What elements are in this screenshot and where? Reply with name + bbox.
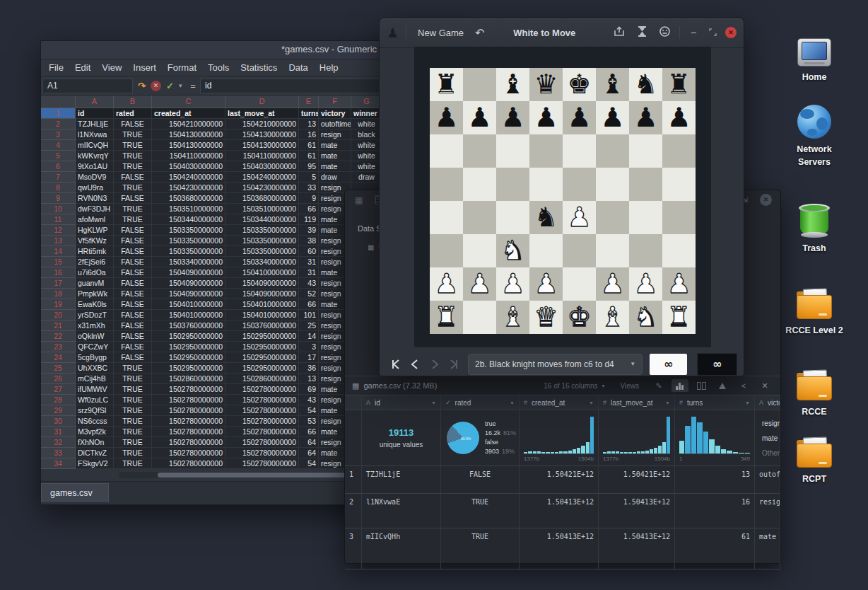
column-header-turns[interactable]: #turns▼: [675, 395, 755, 410]
chevron-down-icon[interactable]: ▾: [179, 82, 186, 89]
column-header-created_at[interactable]: #created_at▼: [520, 395, 599, 410]
column-header-A[interactable]: A: [76, 96, 114, 108]
column-header-D[interactable]: D: [225, 96, 299, 108]
columns-count-label[interactable]: 16 of 16 columns: [544, 382, 597, 390]
square-d6[interactable]: [529, 134, 563, 168]
move-history-dropdown[interactable]: 2b. Black knight moves from c6 to d4 ▼: [468, 354, 643, 375]
cell-B6[interactable]: TRUE: [114, 161, 152, 172]
cell-E3[interactable]: 16: [299, 129, 319, 140]
row-header-2[interactable]: 2: [41, 119, 76, 129]
cell-B34[interactable]: TRUE: [114, 458, 152, 469]
last-move-button[interactable]: [445, 355, 462, 374]
dv-cell[interactable]: resign: [755, 494, 780, 528]
cell-D19[interactable]: 1504010000000: [225, 299, 299, 310]
cell-E27[interactable]: 69: [299, 384, 319, 395]
square-a4[interactable]: [430, 201, 463, 234]
square-c2[interactable]: ♟: [496, 267, 529, 301]
row-header-34[interactable]: 34: [41, 458, 76, 469]
cell-E28[interactable]: 43: [299, 395, 319, 405]
next-move-button[interactable]: [426, 355, 442, 374]
row-header-23[interactable]: 23: [41, 342, 76, 352]
cell-B13[interactable]: FALSE: [114, 236, 152, 246]
cell-reference-box[interactable]: A1: [42, 79, 133, 93]
square-d5[interactable]: [529, 168, 563, 201]
row-header-18[interactable]: 18: [41, 289, 76, 299]
cell-B11[interactable]: TRUE: [114, 214, 152, 225]
cell-D4[interactable]: 1504130000000: [225, 140, 299, 151]
cell-D23[interactable]: 1502950000000: [225, 342, 299, 352]
row-header-7[interactable]: 7: [41, 172, 76, 183]
row-header-29[interactable]: 29: [41, 405, 76, 416]
dv-cell[interactable]: TRUE: [441, 528, 520, 569]
cell-B30[interactable]: TRUE: [114, 416, 152, 427]
cell-C8[interactable]: 1504230000000: [152, 183, 225, 193]
cell-D3[interactable]: 1504130000000: [225, 129, 299, 140]
cell-B33[interactable]: TRUE: [114, 448, 152, 458]
cell-A21[interactable]: x31mXh: [76, 320, 114, 331]
square-b1[interactable]: [463, 301, 496, 334]
square-h7[interactable]: ♟: [662, 101, 696, 134]
cell-C20[interactable]: 1504010000000: [152, 310, 225, 320]
cell-E10[interactable]: 66: [299, 204, 319, 214]
square-g6[interactable]: [629, 134, 662, 168]
cell-E32[interactable]: 64: [299, 437, 319, 448]
cell-B12[interactable]: FALSE: [114, 225, 152, 236]
cell-E6[interactable]: 95: [299, 161, 319, 172]
cell-E11[interactable]: 119: [299, 214, 319, 225]
cell-C23[interactable]: 1502950000000: [152, 342, 225, 352]
square-f1[interactable]: ♝: [596, 301, 629, 334]
share-icon[interactable]: <: [735, 379, 752, 392]
cell-E34[interactable]: 54: [299, 458, 319, 469]
cell-B20[interactable]: FALSE: [114, 310, 152, 320]
pivot-icon[interactable]: [714, 379, 731, 392]
menu-view[interactable]: View: [96, 60, 127, 76]
row-header-26[interactable]: 26: [41, 374, 76, 384]
cell-B14[interactable]: FALSE: [114, 246, 152, 257]
square-b6[interactable]: [463, 134, 496, 168]
square-a3[interactable]: [430, 234, 463, 267]
column-header-E[interactable]: E: [299, 96, 319, 108]
cell-E18[interactable]: 52: [299, 289, 319, 299]
cell-C29[interactable]: 1502780000000: [152, 405, 225, 416]
cell-E21[interactable]: 25: [299, 320, 319, 331]
cell-C22[interactable]: 1502950000000: [152, 331, 225, 342]
cell-C6[interactable]: 1504030000000: [152, 161, 225, 172]
filter-icon[interactable]: ▼: [745, 400, 750, 405]
cell-B31[interactable]: TRUE: [114, 427, 152, 437]
cell-E8[interactable]: 33: [299, 183, 319, 193]
cell-C4[interactable]: 1504130000000: [152, 140, 225, 151]
cell-E25[interactable]: 36: [299, 363, 319, 374]
cell-C18[interactable]: 1504090000000: [152, 289, 225, 299]
cell-D20[interactable]: 1504010000000: [225, 310, 299, 320]
dv-cell[interactable]: 13: [675, 466, 755, 493]
cell-A26[interactable]: mCij4hB: [76, 374, 114, 384]
undo-move-icon[interactable]: ↶: [475, 26, 484, 40]
cell-B7[interactable]: FALSE: [114, 172, 152, 183]
cell-A19[interactable]: EwaK0ls: [76, 299, 114, 310]
cell-F1[interactable]: victory: [319, 108, 351, 119]
dv-cell[interactable]: 1.50421E+12: [599, 466, 675, 493]
square-e7[interactable]: ♟: [563, 101, 596, 134]
cell-D1[interactable]: last_move_at: [225, 108, 299, 119]
square-d7[interactable]: ♟: [529, 101, 563, 134]
new-game-button[interactable]: New Game: [414, 28, 468, 38]
cell-E4[interactable]: 61: [299, 140, 319, 151]
square-g5[interactable]: [629, 168, 662, 201]
cell-G6[interactable]: white: [351, 161, 382, 172]
cell-G7[interactable]: draw: [351, 172, 382, 183]
cell-E9[interactable]: 9: [299, 193, 319, 204]
square-a2[interactable]: ♟: [430, 267, 463, 301]
row-header-13[interactable]: 13: [41, 236, 76, 246]
cell-B26[interactable]: TRUE: [114, 374, 152, 384]
cell-C1[interactable]: created_at: [152, 108, 225, 119]
dv-cell[interactable]: FALSE: [441, 466, 520, 493]
dv-cell[interactable]: l1NXvwaE: [362, 494, 441, 528]
square-c8[interactable]: ♝: [496, 68, 529, 101]
cell-A11[interactable]: afoMwnl: [76, 214, 114, 225]
square-h2[interactable]: ♟: [662, 267, 696, 301]
square-a5[interactable]: [430, 168, 463, 201]
dv-cell[interactable]: mIICvQHh: [362, 528, 441, 569]
cell-D18[interactable]: 1504090000000: [225, 289, 299, 299]
column-header-id[interactable]: Aid▼: [362, 395, 441, 410]
row-header-33[interactable]: 33: [41, 448, 76, 458]
